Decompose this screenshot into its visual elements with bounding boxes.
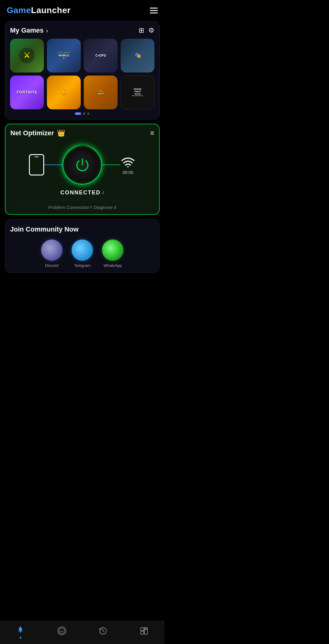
power-button[interactable] [65,148,99,182]
settings-icon[interactable]: ⚙ [148,27,154,34]
discord-bubble [41,239,62,261]
game-icon-critical-ops[interactable]: C•OPS [84,39,118,73]
menu-button[interactable] [150,8,158,13]
app-title: GameLauncher [7,5,71,15]
discord-label: Discord [45,263,58,268]
svg-point-2 [127,166,129,167]
games-header-icons: ⊞ ⚙ [139,27,154,34]
wifi-icon: 00:00 [120,155,136,175]
connected-text: CONNECTED [60,189,101,196]
community-icons-row: Discord Telegram WhatsApp [10,239,154,268]
power-symbol-svg [74,157,91,173]
whatsapp-bubble [102,239,123,261]
game-icon-arena-of-valor[interactable]: ⚡ [47,76,81,109]
connector-left [44,165,62,165]
dot-1[interactable] [75,112,81,115]
svg-text:⚔: ⚔ [23,51,30,59]
games-grid: ⚔ CALI·DUTY MOBILE ◆ C•OPS 🎭 [10,39,154,109]
phone-icon [29,154,44,175]
game-icon-critical-ops-reloaded[interactable]: ⚔ [10,39,44,73]
whatsapp-label: WhatsApp [104,263,122,268]
crown-icon: 👑 [57,129,65,137]
power-section: 00:00 [10,142,154,189]
title-launcher: Launcher [31,5,71,15]
net-title-row: Net Optimizer 👑 [10,129,65,137]
page-dots [10,112,154,116]
whatsapp-item[interactable]: WhatsApp [102,239,123,268]
game-icon-fortnite[interactable]: FORTNITE [10,76,44,109]
info-icon[interactable]: i [102,190,104,196]
game-icon-warface[interactable]: 🎭 [121,39,154,73]
game-icon-cod-mobile[interactable]: CALI·DUTY MOBILE ◆ [47,39,81,73]
net-optimizer-card: Net Optimizer 👑 ≡ [5,124,160,215]
diagnose-button[interactable]: Problem Connection? Diagnose it [10,200,154,214]
net-optimizer-header: Net Optimizer 👑 ≡ [10,129,154,137]
app-header: GameLauncher [0,0,164,18]
dot-3[interactable] [87,112,90,115]
telegram-item[interactable]: Telegram [72,239,93,268]
discord-item[interactable]: Discord [41,239,62,268]
connection-status: CONNECTED i [10,189,154,196]
chevron-right-icon[interactable]: › [46,27,48,34]
telegram-bubble [72,239,93,261]
title-game: Game [7,5,31,15]
games-title-row[interactable]: My Games › [10,27,48,34]
telegram-label: Telegram [74,263,90,268]
my-games-card: My Games › ⊞ ⚙ ⚔ CALI·DUTY MOBILE ◆ [5,21,160,119]
games-card-header: My Games › ⊞ ⚙ [10,27,154,34]
game-icon-gta-san-andreas[interactable]: GRAND THEFT AUTO SAN ANDREAS [121,76,154,109]
dot-2[interactable] [83,112,85,115]
games-title: My Games [10,27,44,34]
community-card: Join Community Now Discord Telegram What… [5,219,160,273]
net-optimizer-title: Net Optimizer [10,129,54,137]
power-button-wrapper [62,145,102,185]
game-icon-cod[interactable]: CALL ·DUTY [84,76,118,109]
list-icon[interactable]: ≡ [150,129,154,137]
community-title: Join Community Now [10,225,154,233]
grid-view-icon[interactable]: ⊞ [139,27,144,34]
connection-timer: 00:00 [122,170,133,175]
